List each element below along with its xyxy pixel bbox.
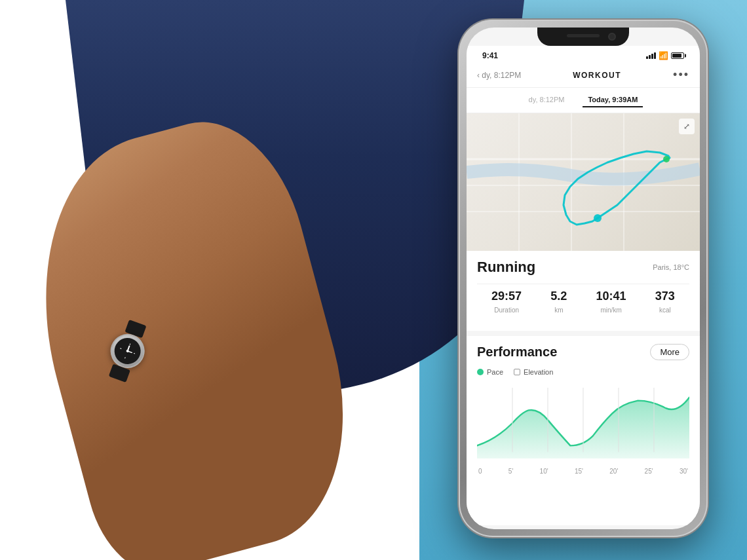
notch-camera [608,33,616,41]
phone-frame: 9:41 📶 ‹ dy [459,20,708,537]
battery-icon [671,52,684,59]
status-icons: 📶 [646,51,684,60]
x-label-30: 30' [680,468,688,475]
phone-notch [537,28,629,46]
wifi-icon: 📶 [659,51,668,60]
workout-location: Paris, 18°C [653,263,689,271]
chart-x-labels: 0 5' 10' 15' 20' 25' 30' [477,465,689,475]
pace-label: Pace [487,368,503,376]
more-button[interactable]: More [650,344,689,360]
stat-distance-value: 5.2 [550,289,567,303]
x-label-0: 0 [478,468,482,475]
svg-line-6 [134,353,135,354]
x-label-25: 25' [645,468,653,475]
stat-distance-label: km [554,307,563,314]
app-content: ‹ dy, 8:12PM WORKOUT ••• dy, 8:12PM Toda… [467,63,700,525]
watch-face [111,334,144,367]
performance-title: Performance [477,345,557,360]
chart-container: 0 5' 10' 15' 20' 25' 30' [477,384,689,462]
back-label[interactable]: ‹ dy, 8:12PM [477,71,521,80]
performance-chart [477,384,689,462]
x-label-15: 15' [575,468,583,475]
stat-calories-label: kcal [659,307,671,314]
stat-calories-value: 373 [655,289,675,303]
stat-pace-value: 10:41 [596,289,626,303]
phone-screen: 9:41 📶 ‹ dy [467,28,700,529]
map-svg [467,113,700,251]
stat-calories: 373 kcal [655,289,675,315]
x-label-20: 20' [609,468,618,475]
stat-pace-label: min/km [600,307,621,314]
svg-point-13 [594,214,602,222]
tab-current[interactable]: Today, 9:39AM [583,93,643,107]
performance-header: Performance More [477,344,689,360]
workout-type: Running [477,259,535,276]
workout-info: Running Paris, 18°C 29:57 Duration 5.2 k… [467,251,700,326]
app-title: WORKOUT [521,71,673,80]
signal-icon [646,52,656,59]
stat-duration: 29:57 Duration [491,289,522,315]
map-area[interactable]: ⤢ [467,113,700,251]
stat-duration-value: 29:57 [491,289,522,303]
legend-pace: Pace [477,368,503,376]
svg-line-5 [120,348,121,349]
status-bar: 9:41 📶 [467,46,700,63]
workout-type-row: Running Paris, 18°C [477,259,689,276]
elevation-checkbox[interactable] [514,369,520,375]
pace-dot [477,369,484,375]
stat-duration-label: Duration [494,307,519,314]
performance-section: Performance More Pace Elevation [467,331,700,468]
stat-distance: 5.2 km [550,289,567,315]
expand-icon[interactable]: ⤢ [679,119,695,134]
tab-bar: dy, 8:12PM Today, 9:39AM [467,88,700,113]
legend-elevation: Elevation [514,368,553,376]
phone-mockup: 9:41 📶 ‹ dy [459,20,708,537]
svg-line-4 [125,357,126,358]
menu-dots[interactable]: ••• [673,68,689,82]
chart-legend: Pace Elevation [477,368,689,376]
svg-point-2 [126,349,129,352]
tab-previous[interactable]: dy, 8:12PM [524,93,570,107]
x-label-10: 10' [540,468,548,475]
notch-speaker [567,34,600,37]
svg-line-3 [130,344,130,345]
elevation-label: Elevation [524,368,553,376]
stats-row: 29:57 Duration 5.2 km 10:41 min/km 373 [477,284,689,320]
svg-point-14 [663,156,670,162]
status-time: 9:41 [482,51,498,60]
app-header: ‹ dy, 8:12PM WORKOUT ••• [467,63,700,88]
stat-pace: 10:41 min/km [596,289,626,315]
x-label-5: 5' [508,468,513,475]
